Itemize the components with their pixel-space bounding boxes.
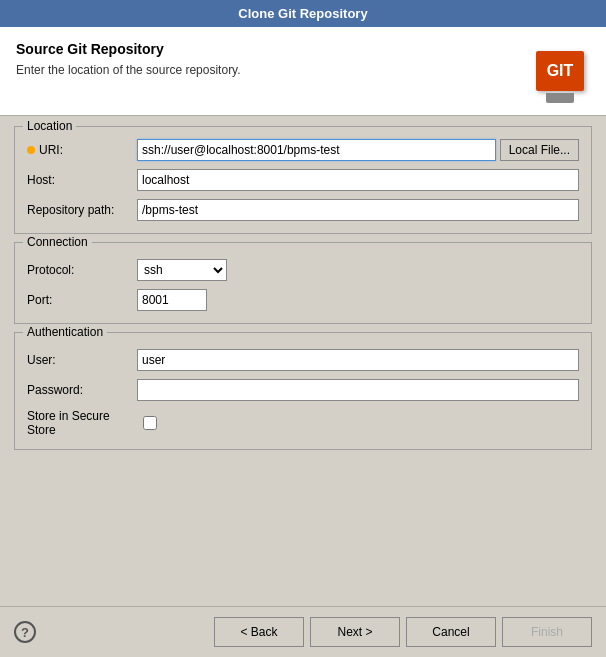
port-input[interactable] xyxy=(137,289,207,311)
connection-group-label: Connection xyxy=(23,235,92,249)
secure-store-checkbox[interactable] xyxy=(143,416,157,430)
connection-group: Connection Protocol: ssh http https git … xyxy=(14,242,592,324)
header-title: Source Git Repository xyxy=(16,41,241,57)
host-label: Host: xyxy=(27,173,137,187)
help-button[interactable]: ? xyxy=(14,621,36,643)
repository-path-input[interactable] xyxy=(137,199,579,221)
uri-label: URI: xyxy=(27,143,137,157)
uri-input[interactable] xyxy=(137,139,496,161)
title-bar: Clone Git Repository xyxy=(0,0,606,27)
header-section: Source Git Repository Enter the location… xyxy=(0,27,606,116)
uri-indicator-dot xyxy=(27,146,35,154)
protocol-select[interactable]: ssh http https git xyxy=(137,259,227,281)
footer-section: ? < Back Next > Cancel Finish xyxy=(0,606,606,657)
dialog-content: Source Git Repository Enter the location… xyxy=(0,27,606,657)
user-row: User: xyxy=(27,349,579,371)
repository-path-label: Repository path: xyxy=(27,203,137,217)
port-label: Port: xyxy=(27,293,137,307)
body-spacer xyxy=(14,458,592,596)
secure-store-row: Store in Secure Store xyxy=(27,409,579,437)
footer-buttons: < Back Next > Cancel Finish xyxy=(214,617,592,647)
header-subtitle: Enter the location of the source reposit… xyxy=(16,63,241,77)
authentication-group: Authentication User: Password: Store in … xyxy=(14,332,592,450)
title-bar-label: Clone Git Repository xyxy=(238,6,367,21)
local-file-button[interactable]: Local File... xyxy=(500,139,579,161)
password-row: Password: xyxy=(27,379,579,401)
finish-button[interactable]: Finish xyxy=(502,617,592,647)
password-input[interactable] xyxy=(137,379,579,401)
uri-row: URI: Local File... xyxy=(27,139,579,161)
protocol-row: Protocol: ssh http https git xyxy=(27,259,579,281)
header-text: Source Git Repository Enter the location… xyxy=(16,41,241,77)
body-section: Location URI: Local File... Host: Repo xyxy=(0,116,606,606)
uri-input-wrapper: Local File... xyxy=(137,139,579,161)
authentication-group-label: Authentication xyxy=(23,325,107,339)
repository-path-row: Repository path: xyxy=(27,199,579,221)
user-label: User: xyxy=(27,353,137,367)
host-input[interactable] xyxy=(137,169,579,191)
location-group: Location URI: Local File... Host: Repo xyxy=(14,126,592,234)
git-icon-connector xyxy=(546,93,574,103)
user-input[interactable] xyxy=(137,349,579,371)
git-icon: GIT xyxy=(530,41,590,101)
port-row: Port: xyxy=(27,289,579,311)
host-row: Host: xyxy=(27,169,579,191)
back-button[interactable]: < Back xyxy=(214,617,304,647)
password-label: Password: xyxy=(27,383,137,397)
location-group-label: Location xyxy=(23,119,76,133)
secure-store-label: Store in Secure Store xyxy=(27,409,137,437)
protocol-label: Protocol: xyxy=(27,263,137,277)
git-logo: GIT xyxy=(536,51,584,91)
next-button[interactable]: Next > xyxy=(310,617,400,647)
cancel-button[interactable]: Cancel xyxy=(406,617,496,647)
